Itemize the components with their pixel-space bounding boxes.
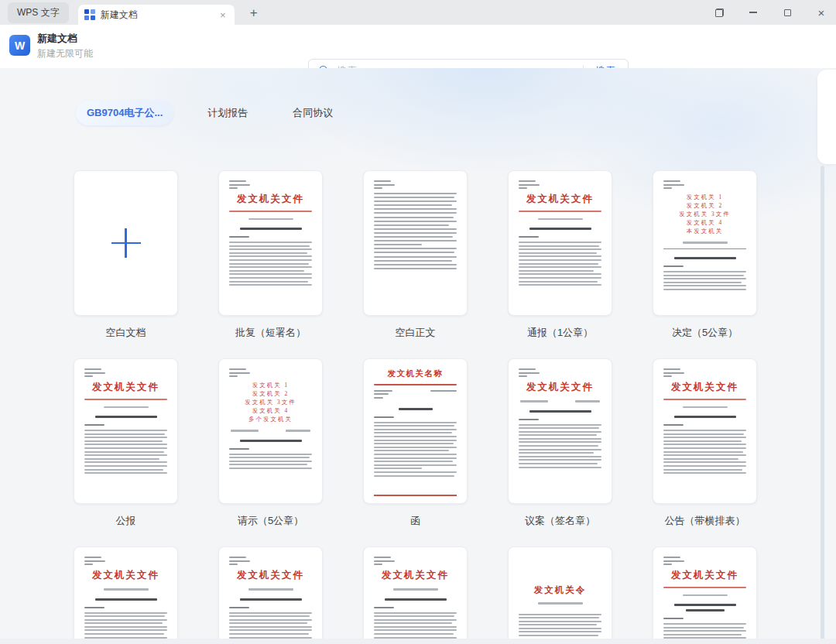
category-bar: GB9704电子公...计划报告合同协议 [76,101,344,125]
thumb-meta-line [104,588,149,591]
template-card-7[interactable]: 发文机关 1发文机关 2发文机关 3文件发文机关 4多个发文机关 [218,358,323,504]
wps-writer-logo: W [9,35,30,56]
thumb-org-row: 发文机关 4 [663,218,746,227]
template-cell: 发文机关文件议案（签名章） [508,358,612,527]
template-card-11[interactable]: 发文机关文件 [74,546,178,644]
restore-layout-icon[interactable] [711,4,728,21]
thumb-meta-line [683,406,728,409]
new-tab-button[interactable]: + [245,5,262,21]
maximize-button[interactable] [779,4,796,21]
template-card-15[interactable]: 发文机关文件 [653,546,757,644]
template-card-12[interactable]: 发文机关文件 [218,546,323,644]
thumb-corner-meta [374,557,457,565]
thumb-doc-title [674,416,736,418]
scrollbar[interactable] [821,166,824,644]
template-card-13[interactable]: 发文机关文件 [363,546,468,644]
thumb-body-lines [519,614,601,640]
category-tab-1[interactable]: GB9704电子公... [76,101,173,125]
thumb-red-line [374,384,457,385]
thumb-body-lines [229,454,312,469]
template-card-5[interactable]: 发文机关 1发文机关 2发文机关 3文件发文机关 4本发文机关 [653,170,757,316]
thumb-corner-meta [663,368,746,377]
thumb-org-row: 发文机关 2 [229,389,312,398]
thumb-salutation [84,607,104,608]
template-card-8[interactable]: 发文机关名称 [363,358,468,504]
thumb-corner-meta [374,180,457,189]
thumb-red-line [84,399,167,400]
thumb-red-title: 发文机关令 [519,584,601,596]
thumb-org-row: 发文机关 2 [663,201,746,210]
thumb-salutation [663,424,684,426]
template-cell: 发文机关文件 [74,546,178,644]
thumb-body-lines [84,430,167,474]
thumb-doc-title [529,228,591,230]
thumb-meta-line [538,218,583,221]
template-card-2[interactable]: 发文机关文件 [218,170,323,316]
template-card-14[interactable]: 发文机关令 [508,546,612,644]
tab-close-icon[interactable]: × [218,9,228,21]
thumb-body-lines [519,242,601,286]
thumb-salutation [519,419,539,420]
template-grid: 空白文档发文机关文件批复（短署名）空白正文发文机关文件通报（1公章）发文机关 1… [74,170,757,644]
template-label: 函 [363,514,468,527]
thumb-org-row: 多个发文机关 [229,415,312,423]
page-subtitle: 新建无限可能 [37,47,93,60]
thumb-doc-title [240,440,302,442]
template-cell: 发文机关文件 [653,546,757,644]
template-label: 公告（带横排表） [653,514,757,527]
thumb-org-row: 发文机关 1 [663,193,746,201]
thumb-red-title: 发文机关名称 [374,368,457,379]
thumb-meta-line [231,430,310,432]
thumb-red-title: 发文机关文件 [519,193,601,206]
template-cell: 发文机关文件 [218,546,323,644]
plus-icon [111,228,141,258]
template-cell: 发文机关文件公报 [74,358,178,527]
template-card-9[interactable]: 发文机关文件 [508,358,612,504]
thumb-red-title: 发文机关文件 [663,381,746,394]
thumb-org-row: 发文机关 3文件 [663,210,746,218]
thumb-doc-title-line2 [686,609,725,611]
thumb-org-row: 发文机关 4 [229,406,312,415]
thumb-red-title: 发文机关文件 [519,381,601,394]
thumb-letter-meta-left [374,390,392,401]
app-menu-button[interactable]: WPS 文字 [8,2,69,23]
thumb-body-lines [374,193,457,269]
category-tab-2[interactable]: 计划报告 [197,101,259,125]
thumb-org-row: 本发文机关 [663,227,746,235]
thumb-org-list: 发文机关 1发文机关 2发文机关 3文件发文机关 4多个发文机关 [229,381,312,423]
thumb-red-line [663,399,746,400]
template-card-1[interactable] [74,170,178,316]
thumb-body-lines [229,242,312,286]
thumb-doc-title [385,598,447,601]
template-card-6[interactable]: 发文机关文件 [74,358,178,504]
thumb-meta-line [393,588,438,591]
thumb-org-row: 发文机关 3文件 [229,398,312,406]
thumb-red-title: 发文机关文件 [229,193,312,206]
thumb-corner-meta [84,557,167,565]
template-card-10[interactable]: 发文机关文件 [653,358,757,504]
template-card-4[interactable]: 发文机关文件 [508,170,612,316]
thumb-doc-title [529,410,591,413]
thumb-org-row: 发文机关 1 [229,381,312,389]
thumb-doc-title [240,598,302,601]
thumb-letter-meta-right [430,390,457,392]
thumb-salutation [374,607,394,608]
thumb-red-title: 发文机关文件 [84,569,167,582]
thumb-red-title: 发文机关文件 [229,569,312,582]
thumb-salutation [374,416,394,418]
template-cell: 发文机关文件 [363,546,468,644]
minimize-button[interactable] [745,4,762,21]
category-tab-3[interactable]: 合同协议 [282,101,344,125]
thumb-body-lines [374,422,457,477]
thumb-doc-title [240,228,302,230]
close-button[interactable]: × [813,4,830,21]
thumb-corner-meta [519,180,601,189]
thumb-corner-meta [229,557,312,565]
thumb-meta-line [248,218,293,221]
template-card-3[interactable] [363,170,468,316]
page-title: 新建文档 [37,32,77,46]
thumb-doc-title [95,416,157,418]
tab-new-document[interactable]: 新建文档 × [78,5,235,25]
window-controls: × [711,0,830,25]
thumb-doc-title [674,604,736,606]
